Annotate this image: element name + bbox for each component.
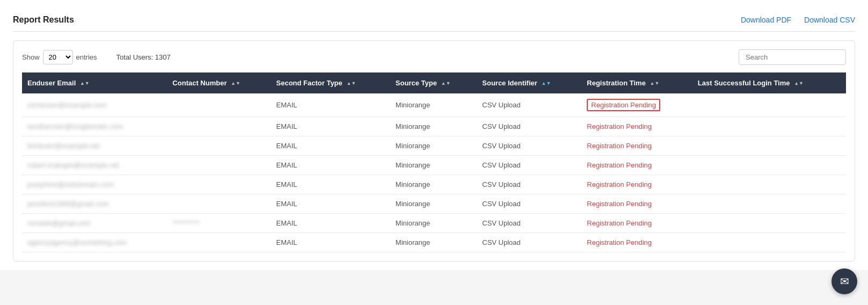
sort-icon-email: ▲▼	[80, 81, 90, 86]
cell-registration-time: Registration Pending	[581, 136, 692, 156]
cell-source-identifier: CSV Upload	[477, 136, 581, 156]
table-row: jenniferb1999@gmail.comEMAILMiniorangeCS…	[22, 194, 846, 214]
col-source-type[interactable]: Source Type ▲▼	[390, 72, 477, 93]
cell-registration-time: Registration Pending	[581, 194, 692, 214]
cell-source-type: Miniorange	[390, 117, 477, 136]
cell-last-login	[692, 136, 846, 156]
cell-source-type: Miniorange	[390, 233, 477, 252]
table-row: josephine@subdomain.comEMAILMiniorangeCS…	[22, 175, 846, 194]
cell-source-identifier: CSV Upload	[477, 194, 581, 214]
download-pdf-link[interactable]: Download PDF	[741, 16, 791, 24]
search-input[interactable]	[739, 49, 846, 65]
cell-contact	[167, 93, 271, 117]
report-title: Report Results	[13, 15, 74, 25]
cell-second-factor: EMAIL	[271, 175, 390, 194]
sort-icon-source-identifier: ▲▼	[541, 81, 551, 86]
cell-registration-time: Registration Pending	[581, 214, 692, 233]
cell-last-login	[692, 93, 846, 117]
cell-second-factor: EMAIL	[271, 117, 390, 136]
cell-source-type: Miniorange	[390, 175, 477, 194]
cell-email: thirduser@example.net	[22, 136, 167, 156]
cell-email: agencyagency@something.com	[22, 233, 167, 252]
top-actions: Download PDF Download CSV	[741, 16, 855, 24]
entries-select[interactable]: 20 10 50 100	[43, 50, 73, 64]
col-enduser-email[interactable]: Enduser Email ▲▼	[22, 72, 167, 93]
table-row: thirduser@example.netEMAILMiniorangeCSV …	[22, 136, 846, 156]
col-source-identifier[interactable]: Source Identifier ▲▼	[477, 72, 581, 93]
sort-icon-last-login: ▲▼	[794, 81, 804, 86]
cell-second-factor: EMAIL	[271, 93, 390, 117]
show-label: Show	[22, 53, 40, 61]
col-last-login[interactable]: Last Successful Login Time ▲▼	[692, 72, 846, 93]
cell-second-factor: EMAIL	[271, 136, 390, 156]
cell-registration-time: Registration Pending	[581, 233, 692, 252]
cell-last-login	[692, 156, 846, 175]
cell-email: robert.makuplo@example.net	[22, 156, 167, 175]
col-second-factor-type[interactable]: Second Factor Type ▲▼	[271, 72, 390, 93]
cell-contact	[167, 156, 271, 175]
cell-second-factor: EMAIL	[271, 156, 390, 175]
cell-contact	[167, 136, 271, 156]
cell-source-type: Miniorange	[390, 194, 477, 214]
search-box	[739, 49, 846, 65]
cell-source-identifier: CSV Upload	[477, 93, 581, 117]
cell-contact	[167, 233, 271, 252]
cell-source-identifier: CSV Upload	[477, 233, 581, 252]
cell-source-identifier: CSV Upload	[477, 214, 581, 233]
cell-contact	[167, 117, 271, 136]
table-row: someuser@example.comEMAILMiniorangeCSV U…	[22, 93, 846, 117]
cell-second-factor: EMAIL	[271, 233, 390, 252]
table-row: robert.makuplo@example.netEMAILMiniorang…	[22, 156, 846, 175]
cell-registration-time: Registration Pending	[581, 175, 692, 194]
cell-source-type: Miniorange	[390, 156, 477, 175]
cell-last-login	[692, 117, 846, 136]
cell-email: someuser@example.com	[22, 93, 167, 117]
cell-last-login	[692, 214, 846, 233]
table-header-row: Enduser Email ▲▼ Contact Number ▲▼ Secon…	[22, 72, 846, 93]
cell-source-identifier: CSV Upload	[477, 117, 581, 136]
total-users: Total Users: 1307	[116, 53, 171, 61]
cell-last-login	[692, 194, 846, 214]
download-csv-link[interactable]: Download CSV	[804, 16, 855, 24]
sort-icon-contact: ▲▼	[231, 81, 240, 86]
table-row: anotheruser@longdomain.comEMAILMiniorang…	[22, 117, 846, 136]
cell-registration-time: Registration Pending	[581, 117, 692, 136]
cell-source-type: Miniorange	[390, 93, 477, 117]
cell-email: anotheruser@longdomain.com	[22, 117, 167, 136]
cell-registration-time: Registration Pending	[581, 156, 692, 175]
page-wrapper: Report Results Download PDF Download CSV…	[0, 0, 868, 270]
cell-last-login	[692, 233, 846, 252]
table-container: Show 20 10 50 100 entries Total Users: 1…	[13, 40, 855, 262]
cell-source-identifier: CSV Upload	[477, 175, 581, 194]
table-controls: Show 20 10 50 100 entries Total Users: 1…	[22, 49, 846, 65]
table-row: mmweb@gmail.com**********EMAILMiniorange…	[22, 214, 846, 233]
sort-icon-registration: ▲▼	[650, 81, 660, 86]
cell-source-type: Miniorange	[390, 214, 477, 233]
top-bar: Report Results Download PDF Download CSV	[13, 9, 855, 32]
col-registration-time[interactable]: Registration Time ▲▼	[581, 72, 692, 93]
col-contact-number[interactable]: Contact Number ▲▼	[167, 72, 271, 93]
data-table: Enduser Email ▲▼ Contact Number ▲▼ Secon…	[22, 72, 846, 252]
sort-icon-source-type: ▲▼	[441, 81, 451, 86]
cell-contact: **********	[167, 214, 271, 233]
cell-source-type: Miniorange	[390, 136, 477, 156]
cell-source-identifier: CSV Upload	[477, 156, 581, 175]
cell-email: jenniferb1999@gmail.com	[22, 194, 167, 214]
cell-contact	[167, 175, 271, 194]
cell-second-factor: EMAIL	[271, 194, 390, 214]
show-entries: Show 20 10 50 100 entries	[22, 50, 97, 64]
cell-last-login	[692, 175, 846, 194]
cell-registration-time: Registration Pending	[581, 93, 692, 117]
cell-contact	[167, 194, 271, 214]
entries-label: entries	[76, 53, 97, 61]
cell-second-factor: EMAIL	[271, 214, 390, 233]
cell-email: mmweb@gmail.com	[22, 214, 167, 233]
cell-email: josephine@subdomain.com	[22, 175, 167, 194]
sort-icon-second-factor: ▲▼	[346, 81, 356, 86]
table-row: agencyagency@something.comEMAILMiniorang…	[22, 233, 846, 252]
